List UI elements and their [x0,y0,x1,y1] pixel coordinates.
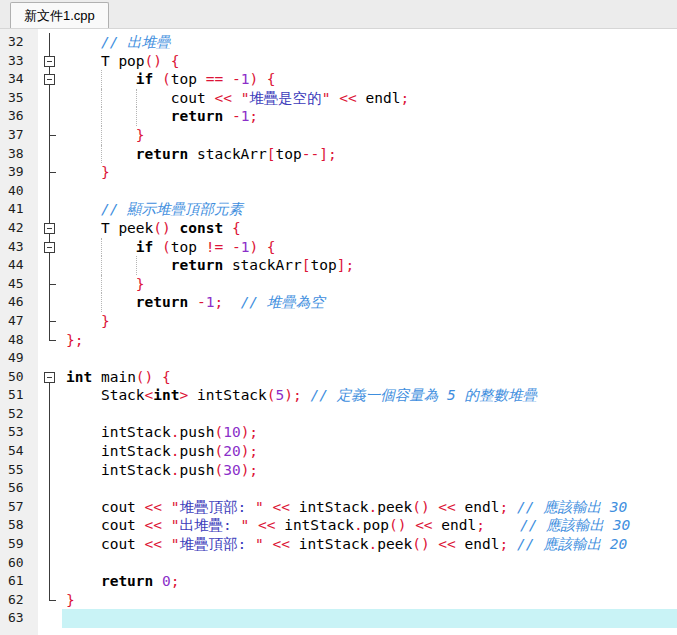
code-text[interactable]: return -1; // 堆疊為空 [62,293,677,312]
code-line[interactable]: 44 return stackArr[top]; [0,256,677,275]
line-number[interactable]: 59 [0,535,38,554]
fold-toggle-icon[interactable] [38,219,62,238]
code-text[interactable] [62,405,677,424]
code-text[interactable]: T peek() const { [62,219,677,238]
code-line[interactable]: 46 return -1; // 堆疊為空 [0,293,677,312]
code-line[interactable]: 41 // 顯示堆疊頂部元素 [0,200,677,219]
line-number[interactable]: 50 [0,368,38,387]
code-editor[interactable]: 32 // 出堆疊33 T pop() {34 if (top == -1) {… [0,29,677,635]
code-line[interactable]: 59 cout << "堆疊頂部: " << intStack.peek() <… [0,535,677,554]
line-number[interactable]: 54 [0,442,38,461]
code-line[interactable]: 47 } [0,312,677,331]
code-text[interactable]: return 0; [62,572,677,591]
code-line[interactable]: 60 [0,554,677,573]
code-text[interactable]: intStack.push(30); [62,461,677,480]
code-line[interactable]: 56 [0,479,677,498]
code-text[interactable]: if (top != -1) { [62,238,677,257]
code-text[interactable]: } [62,275,677,294]
code-text[interactable] [62,349,677,368]
line-number[interactable]: 43 [0,238,38,257]
line-number[interactable]: 36 [0,107,38,126]
code-line[interactable]: 32 // 出堆疊 [0,33,677,52]
code-text[interactable]: if (top == -1) { [62,70,677,89]
code-text[interactable] [62,554,677,573]
line-number[interactable]: 35 [0,89,38,108]
code-line[interactable]: 57 cout << "堆疊頂部: " << intStack.peek() <… [0,498,677,517]
code-line[interactable]: 40 [0,182,677,201]
code-text[interactable]: Stack<int> intStack(5); // 定義一個容量為 5 的整數… [62,386,677,405]
code-line[interactable]: 43 if (top != -1) { [0,238,677,257]
line-number[interactable]: 48 [0,331,38,350]
line-number[interactable]: 41 [0,200,38,219]
code-text[interactable]: } [62,126,677,145]
line-number[interactable]: 63 [0,609,38,628]
line-number[interactable]: 39 [0,163,38,182]
line-number[interactable]: 38 [0,145,38,164]
code-text[interactable]: cout << "堆疊是空的" << endl; [62,89,677,108]
code-text[interactable]: cout << "堆疊頂部: " << intStack.peek() << e… [62,535,677,554]
code-text[interactable]: return stackArr[top--]; [62,145,677,164]
line-number[interactable]: 57 [0,498,38,517]
line-number[interactable]: 32 [0,33,38,52]
code-line[interactable]: 63 [0,609,677,628]
code-line[interactable]: 51 Stack<int> intStack(5); // 定義一個容量為 5 … [0,386,677,405]
line-number[interactable]: 58 [0,516,38,535]
line-number[interactable]: 46 [0,293,38,312]
code-line[interactable]: 37 } [0,126,677,145]
line-number[interactable]: 49 [0,349,38,368]
code-line[interactable]: 58 cout << "出堆疊: " << intStack.pop() << … [0,516,677,535]
code-line[interactable]: 49 [0,349,677,368]
fold-toggle-icon[interactable] [38,368,62,387]
line-number[interactable]: 56 [0,479,38,498]
code-text[interactable]: // 出堆疊 [62,33,677,52]
code-line[interactable]: 38 return stackArr[top--]; [0,145,677,164]
code-text[interactable]: cout << "堆疊頂部: " << intStack.peek() << e… [62,498,677,517]
fold-toggle-icon[interactable] [38,52,62,71]
code-text[interactable]: intStack.push(10); [62,423,677,442]
code-text[interactable]: intStack.push(20); [62,442,677,461]
code-line[interactable]: 39 } [0,163,677,182]
line-number[interactable]: 40 [0,182,38,201]
line-number[interactable]: 37 [0,126,38,145]
code-line[interactable]: 54 intStack.push(20); [0,442,677,461]
line-number[interactable]: 62 [0,591,38,610]
code-text[interactable] [62,479,677,498]
code-text[interactable]: } [62,312,677,331]
line-number[interactable]: 60 [0,554,38,573]
code-line[interactable]: 45 } [0,275,677,294]
line-number[interactable]: 55 [0,461,38,480]
fold-toggle-icon[interactable] [38,238,62,257]
code-text[interactable]: T pop() { [62,52,677,71]
code-line[interactable]: 36 return -1; [0,107,677,126]
code-text[interactable]: cout << "出堆疊: " << intStack.pop() << end… [62,516,677,535]
code-text[interactable]: // 顯示堆疊頂部元素 [62,200,677,219]
code-line[interactable]: 35 cout << "堆疊是空的" << endl; [0,89,677,108]
line-number[interactable]: 45 [0,275,38,294]
code-text[interactable]: return stackArr[top]; [62,256,677,275]
code-text[interactable]: int main() { [62,368,677,387]
code-text[interactable] [62,182,677,201]
code-line[interactable]: 61 return 0; [0,572,677,591]
code-line[interactable]: 52 [0,405,677,424]
fold-toggle-icon[interactable] [38,70,62,89]
file-tab[interactable]: 新文件1.cpp [10,2,109,28]
code-text[interactable]: } [62,591,677,610]
code-line[interactable]: 48}; [0,331,677,350]
code-line[interactable]: 42 T peek() const { [0,219,677,238]
line-number[interactable]: 33 [0,52,38,71]
line-number[interactable]: 53 [0,423,38,442]
line-number[interactable]: 61 [0,572,38,591]
code-text[interactable]: } [62,163,677,182]
code-text[interactable]: }; [62,331,677,350]
line-number[interactable]: 51 [0,386,38,405]
code-line[interactable]: 55 intStack.push(30); [0,461,677,480]
code-line[interactable]: 50int main() { [0,368,677,387]
code-line[interactable]: 62} [0,591,677,610]
code-line[interactable]: 33 T pop() { [0,52,677,71]
line-number[interactable]: 47 [0,312,38,331]
line-number[interactable]: 44 [0,256,38,275]
code-line[interactable]: 53 intStack.push(10); [0,423,677,442]
line-number[interactable]: 42 [0,219,38,238]
line-number[interactable]: 34 [0,70,38,89]
code-text[interactable]: return -1; [62,107,677,126]
